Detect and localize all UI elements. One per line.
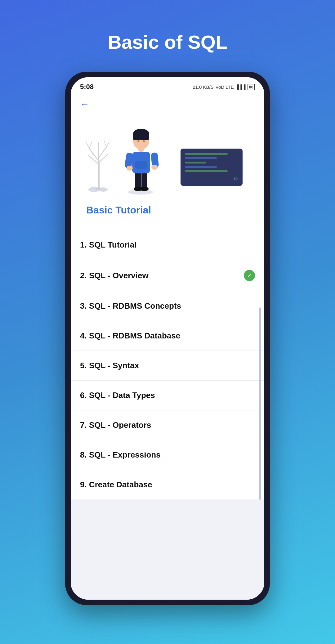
svg-point-23 [151, 165, 158, 170]
code-line-4 [185, 166, 217, 168]
nav-bar: ← [71, 94, 264, 114]
list-item[interactable]: 5. SQL - Syntax [71, 351, 264, 381]
list-item-text: 4. SQL - RDBMS Database [80, 331, 180, 341]
list-item[interactable]: 6. SQL - Data Types [71, 381, 264, 410]
list-item-text: 3. SQL - RDBMS Concepts [80, 301, 181, 311]
code-screen-illustration: /> [181, 149, 243, 186]
hero-section: /> Basic Tutorial [71, 114, 264, 230]
svg-point-22 [127, 166, 133, 171]
battery-icon: 86 [248, 84, 255, 90]
network-type: VoD LTE [216, 84, 234, 90]
svg-point-28 [137, 140, 139, 142]
list-item[interactable]: 3. SQL - RDBMS Concepts [71, 291, 264, 321]
illustration: /> [80, 118, 255, 204]
svg-line-7 [89, 142, 92, 149]
list-item[interactable]: 4. SQL - RDBMS Database [71, 321, 264, 351]
scroll-indicator [259, 307, 261, 500]
phone-screen: 5:08 21.0 KB/S VoD LTE ▐▐▐ 86 ← [71, 77, 264, 600]
list-item-text: 7. SQL - Operators [80, 420, 151, 430]
tutorial-list[interactable]: 1. SQL Tutorial 2. SQL - Overview ✓ 3. S… [71, 230, 264, 600]
svg-rect-27 [133, 134, 149, 140]
svg-point-29 [143, 140, 145, 142]
svg-line-6 [86, 142, 89, 149]
list-item-text: 1. SQL Tutorial [80, 240, 137, 250]
svg-point-17 [140, 187, 149, 191]
phone-shell: 5:08 21.0 KB/S VoD LTE ▐▐▐ 86 ← [65, 72, 270, 605]
completed-check-icon: ✓ [244, 270, 255, 281]
list-item[interactable]: 7. SQL - Operators [71, 410, 264, 440]
status-time: 5:08 [80, 83, 94, 91]
back-button[interactable]: ← [80, 99, 255, 110]
svg-line-8 [104, 141, 106, 147]
svg-point-12 [96, 187, 102, 190]
list-item[interactable]: 1. SQL Tutorial [71, 230, 264, 260]
list-item[interactable]: 8. SQL - Expressions [71, 440, 264, 470]
svg-rect-0 [98, 161, 100, 189]
person-illustration [123, 127, 161, 195]
list-item-text: 2. SQL - Overview [80, 271, 149, 280]
signal-bars: ▐▐▐ [236, 84, 246, 90]
svg-line-9 [106, 142, 109, 147]
list-item-text: 5. SQL - Syntax [80, 361, 139, 370]
status-bar: 5:08 21.0 KB/S VoD LTE ▐▐▐ 86 [71, 77, 264, 94]
code-line-2 [185, 157, 217, 159]
status-icons: 21.0 KB/S VoD LTE ▐▐▐ 86 [193, 84, 255, 90]
hero-label: Basic Tutorial [86, 204, 151, 221]
code-line-5 [185, 170, 228, 172]
svg-rect-19 [135, 161, 147, 169]
svg-line-1 [89, 149, 99, 161]
tree-illustration [86, 130, 111, 192]
data-speed: 21.0 KB/S [193, 84, 214, 90]
list-item-text: 6. SQL - Data Types [80, 391, 155, 400]
code-line-1 [185, 153, 228, 155]
code-line-3 [185, 162, 206, 163]
list-item[interactable]: 2. SQL - Overview ✓ [71, 260, 264, 291]
list-item-text: 8. SQL - Expressions [80, 450, 161, 460]
code-arrow-icon: /> [234, 176, 238, 181]
page-title: Basic of SQL [108, 31, 227, 53]
list-item[interactable]: 9. Create Database [71, 470, 264, 499]
list-item-text: 9. Create Database [80, 480, 152, 490]
